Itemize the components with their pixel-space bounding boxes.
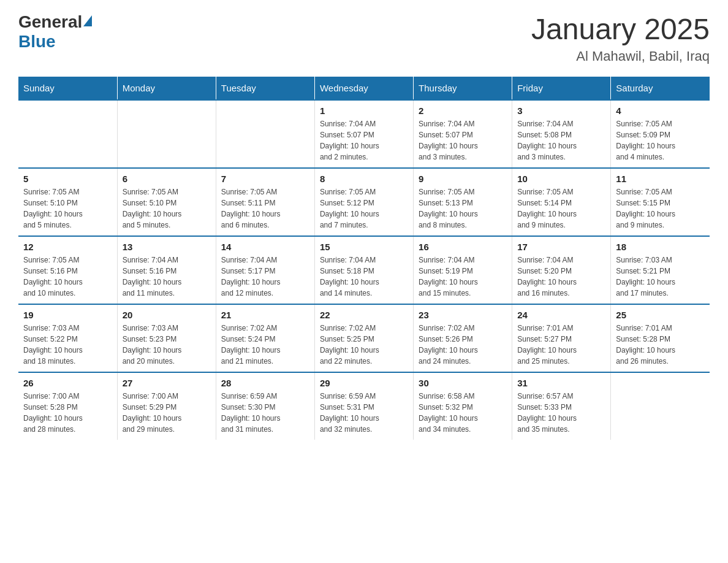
calendar-day-27: 27Sunrise: 7:00 AM Sunset: 5:29 PM Dayli…	[117, 372, 216, 440]
day-info: Sunrise: 7:03 AM Sunset: 5:23 PM Dayligh…	[123, 323, 211, 367]
calendar-week-row: 1Sunrise: 7:04 AM Sunset: 5:07 PM Daylig…	[18, 100, 710, 168]
day-info: Sunrise: 7:05 AM Sunset: 5:10 PM Dayligh…	[123, 186, 211, 231]
day-info: Sunrise: 6:59 AM Sunset: 5:31 PM Dayligh…	[320, 391, 408, 435]
day-number: 30	[419, 378, 507, 388]
calendar-empty-cell	[18, 100, 117, 168]
day-number: 11	[616, 174, 705, 184]
day-info: Sunrise: 7:04 AM Sunset: 5:17 PM Dayligh…	[221, 255, 309, 299]
calendar-day-7: 7Sunrise: 7:05 AM Sunset: 5:11 PM Daylig…	[216, 168, 314, 236]
month-title: January 2025	[531, 12, 710, 46]
day-info: Sunrise: 7:05 AM Sunset: 5:10 PM Dayligh…	[23, 186, 112, 231]
day-info: Sunrise: 7:05 AM Sunset: 5:15 PM Dayligh…	[616, 186, 705, 231]
day-number: 4	[616, 105, 705, 116]
calendar-week-row: 12Sunrise: 7:05 AM Sunset: 5:16 PM Dayli…	[18, 236, 710, 304]
day-info: Sunrise: 7:04 AM Sunset: 5:07 PM Dayligh…	[320, 118, 408, 163]
weekday-header-saturday: Saturday	[611, 77, 710, 100]
weekday-header-sunday: Sunday	[18, 77, 117, 100]
calendar-day-3: 3Sunrise: 7:04 AM Sunset: 5:08 PM Daylig…	[512, 100, 611, 168]
calendar-day-30: 30Sunrise: 6:58 AM Sunset: 5:32 PM Dayli…	[414, 372, 512, 440]
day-number: 27	[123, 378, 211, 388]
page-header: General Blue January 2025 Al Mahawil, Ba…	[18, 12, 710, 64]
calendar-day-28: 28Sunrise: 6:59 AM Sunset: 5:30 PM Dayli…	[216, 372, 314, 440]
calendar-day-12: 12Sunrise: 7:05 AM Sunset: 5:16 PM Dayli…	[18, 236, 117, 304]
calendar-day-21: 21Sunrise: 7:02 AM Sunset: 5:24 PM Dayli…	[216, 304, 314, 372]
day-number: 23	[419, 310, 507, 320]
calendar-day-10: 10Sunrise: 7:05 AM Sunset: 5:14 PM Dayli…	[512, 168, 611, 236]
calendar-day-14: 14Sunrise: 7:04 AM Sunset: 5:17 PM Dayli…	[216, 236, 314, 304]
day-info: Sunrise: 6:59 AM Sunset: 5:30 PM Dayligh…	[221, 391, 309, 435]
day-info: Sunrise: 7:04 AM Sunset: 5:18 PM Dayligh…	[320, 255, 408, 299]
day-number: 24	[517, 310, 605, 320]
day-info: Sunrise: 7:01 AM Sunset: 5:27 PM Dayligh…	[517, 323, 605, 367]
day-number: 13	[123, 242, 211, 252]
day-number: 5	[23, 174, 112, 184]
calendar-day-4: 4Sunrise: 7:05 AM Sunset: 5:09 PM Daylig…	[611, 100, 710, 168]
day-info: Sunrise: 7:05 AM Sunset: 5:09 PM Dayligh…	[616, 118, 705, 163]
weekday-header-monday: Monday	[117, 77, 216, 100]
calendar-day-5: 5Sunrise: 7:05 AM Sunset: 5:10 PM Daylig…	[18, 168, 117, 236]
day-info: Sunrise: 7:02 AM Sunset: 5:24 PM Dayligh…	[221, 323, 309, 367]
calendar-day-6: 6Sunrise: 7:05 AM Sunset: 5:10 PM Daylig…	[117, 168, 216, 236]
day-number: 15	[320, 242, 408, 252]
calendar-day-11: 11Sunrise: 7:05 AM Sunset: 5:15 PM Dayli…	[611, 168, 710, 236]
calendar-day-19: 19Sunrise: 7:03 AM Sunset: 5:22 PM Dayli…	[18, 304, 117, 372]
calendar-day-16: 16Sunrise: 7:04 AM Sunset: 5:19 PM Dayli…	[414, 236, 512, 304]
calendar-week-row: 19Sunrise: 7:03 AM Sunset: 5:22 PM Dayli…	[18, 304, 710, 372]
calendar-day-9: 9Sunrise: 7:05 AM Sunset: 5:13 PM Daylig…	[414, 168, 512, 236]
calendar-header-row: SundayMondayTuesdayWednesdayThursdayFrid…	[18, 77, 710, 100]
day-number: 1	[320, 105, 408, 116]
day-info: Sunrise: 7:00 AM Sunset: 5:28 PM Dayligh…	[23, 391, 112, 435]
day-number: 6	[123, 174, 211, 184]
calendar-day-23: 23Sunrise: 7:02 AM Sunset: 5:26 PM Dayli…	[414, 304, 512, 372]
day-info: Sunrise: 7:05 AM Sunset: 5:13 PM Dayligh…	[419, 186, 507, 231]
day-number: 21	[221, 310, 309, 320]
logo: General Blue	[18, 12, 92, 52]
calendar-day-31: 31Sunrise: 6:57 AM Sunset: 5:33 PM Dayli…	[512, 372, 611, 440]
day-number: 29	[320, 378, 408, 388]
day-number: 19	[23, 310, 112, 320]
calendar-day-26: 26Sunrise: 7:00 AM Sunset: 5:28 PM Dayli…	[18, 372, 117, 440]
weekday-header-tuesday: Tuesday	[216, 77, 314, 100]
day-info: Sunrise: 7:04 AM Sunset: 5:19 PM Dayligh…	[419, 255, 507, 299]
calendar-day-8: 8Sunrise: 7:05 AM Sunset: 5:12 PM Daylig…	[314, 168, 413, 236]
day-info: Sunrise: 7:05 AM Sunset: 5:12 PM Dayligh…	[320, 186, 408, 231]
day-info: Sunrise: 7:04 AM Sunset: 5:07 PM Dayligh…	[419, 118, 507, 163]
day-info: Sunrise: 7:01 AM Sunset: 5:28 PM Dayligh…	[616, 323, 705, 367]
day-info: Sunrise: 7:04 AM Sunset: 5:20 PM Dayligh…	[517, 255, 605, 299]
day-info: Sunrise: 7:04 AM Sunset: 5:16 PM Dayligh…	[123, 255, 211, 299]
day-info: Sunrise: 7:02 AM Sunset: 5:26 PM Dayligh…	[419, 323, 507, 367]
day-number: 10	[517, 174, 605, 184]
calendar-day-17: 17Sunrise: 7:04 AM Sunset: 5:20 PM Dayli…	[512, 236, 611, 304]
day-number: 18	[616, 242, 705, 252]
location-title: Al Mahawil, Babil, Iraq	[531, 48, 710, 64]
day-number: 12	[23, 242, 112, 252]
weekday-header-friday: Friday	[512, 77, 611, 100]
day-number: 28	[221, 378, 309, 388]
day-info: Sunrise: 7:03 AM Sunset: 5:22 PM Dayligh…	[23, 323, 112, 367]
day-info: Sunrise: 7:00 AM Sunset: 5:29 PM Dayligh…	[123, 391, 211, 435]
calendar-day-2: 2Sunrise: 7:04 AM Sunset: 5:07 PM Daylig…	[414, 100, 512, 168]
logo-general-text: General	[18, 12, 82, 32]
calendar-day-24: 24Sunrise: 7:01 AM Sunset: 5:27 PM Dayli…	[512, 304, 611, 372]
day-info: Sunrise: 6:58 AM Sunset: 5:32 PM Dayligh…	[419, 391, 507, 435]
day-info: Sunrise: 7:02 AM Sunset: 5:25 PM Dayligh…	[320, 323, 408, 367]
day-number: 14	[221, 242, 309, 252]
weekday-header-thursday: Thursday	[414, 77, 512, 100]
calendar-day-1: 1Sunrise: 7:04 AM Sunset: 5:07 PM Daylig…	[314, 100, 413, 168]
day-info: Sunrise: 7:05 AM Sunset: 5:16 PM Dayligh…	[23, 255, 112, 299]
calendar-empty-cell	[216, 100, 314, 168]
calendar-week-row: 26Sunrise: 7:00 AM Sunset: 5:28 PM Dayli…	[18, 372, 710, 440]
calendar-empty-cell	[117, 100, 216, 168]
day-number: 7	[221, 174, 309, 184]
day-number: 25	[616, 310, 705, 320]
calendar-day-25: 25Sunrise: 7:01 AM Sunset: 5:28 PM Dayli…	[611, 304, 710, 372]
logo-triangle-icon	[83, 15, 92, 26]
day-info: Sunrise: 7:04 AM Sunset: 5:08 PM Dayligh…	[517, 118, 605, 163]
calendar-table: SundayMondayTuesdayWednesdayThursdayFrid…	[18, 77, 710, 440]
day-info: Sunrise: 6:57 AM Sunset: 5:33 PM Dayligh…	[517, 391, 605, 435]
day-info: Sunrise: 7:05 AM Sunset: 5:14 PM Dayligh…	[517, 186, 605, 231]
title-section: January 2025 Al Mahawil, Babil, Iraq	[531, 12, 710, 64]
calendar-week-row: 5Sunrise: 7:05 AM Sunset: 5:10 PM Daylig…	[18, 168, 710, 236]
day-number: 22	[320, 310, 408, 320]
weekday-header-wednesday: Wednesday	[314, 77, 413, 100]
